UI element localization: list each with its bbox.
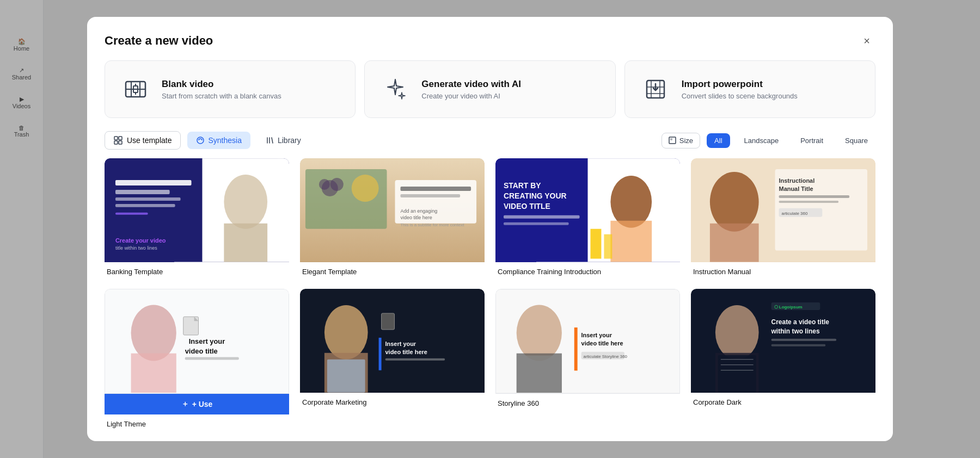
template-light[interactable]: Insert your video title ＋ + Use Light Th… (105, 289, 289, 430)
synthesia-icon (196, 136, 205, 145)
template-grid: Create your video title within two lines… (105, 158, 875, 441)
svg-rect-18 (669, 137, 676, 144)
grid-icon (114, 136, 122, 145)
banking-label: Banking Template (105, 262, 289, 278)
use-button-light[interactable]: ＋ + Use (105, 394, 289, 414)
light-thumb: Insert your video title (105, 289, 289, 394)
template-dark[interactable]: ⬡ Logoipsum Create a video title within … (691, 289, 875, 430)
toolbar-left: Use template Synthesia (105, 131, 310, 150)
svg-rect-15 (114, 141, 118, 144)
library-icon (266, 136, 274, 145)
close-button[interactable]: × (858, 32, 875, 49)
template-instruction[interactable]: Instructional Manual Title articulate 36… (691, 158, 875, 278)
use-template-button[interactable]: Use template (105, 131, 181, 150)
size-icon (669, 137, 676, 144)
modal-title: Create a new video (105, 34, 213, 48)
compliance-label: Compliance Training Introduction (495, 262, 680, 278)
svg-rect-70 (185, 357, 239, 360)
elegant-label: Elegant Template (300, 262, 485, 278)
svg-rect-14 (119, 137, 122, 140)
modal-overlay[interactable]: Create a new video × (0, 0, 980, 458)
import-ppt-option[interactable]: Import powerpoint Convert slides to scen… (624, 60, 875, 118)
svg-rect-16 (119, 141, 122, 144)
template-storyline[interactable]: Insert your video title here articulate … (495, 289, 680, 430)
create-video-modal: Create a new video × (87, 17, 893, 441)
template-section: Use template Synthesia (87, 131, 893, 441)
modal-header: Create a new video × (87, 17, 893, 60)
svg-point-17 (197, 137, 204, 144)
svg-text:video title: video title (185, 347, 218, 355)
filter-square[interactable]: Square (837, 133, 875, 148)
filter-landscape[interactable]: Landscape (737, 133, 787, 148)
ai-generate-option[interactable]: Generate video with AI Create your video… (364, 60, 615, 118)
template-elegant[interactable]: Add an engaging video title here This is… (300, 158, 485, 278)
ai-generate-text: Generate video with AI Create your video… (421, 79, 521, 100)
import-ppt-icon (640, 74, 671, 104)
template-corporate[interactable]: Insert your video title here Corporate M… (300, 289, 485, 430)
tab-synthesia[interactable]: Synthesia (187, 132, 250, 149)
blank-video-text: Blank video Start from scratch with a bl… (162, 79, 281, 100)
filter-portrait[interactable]: Portrait (793, 133, 831, 148)
plus-icon: ＋ (181, 399, 189, 409)
size-button[interactable]: Size (661, 133, 700, 148)
tab-library[interactable]: Library (257, 132, 310, 149)
ai-generate-icon (380, 74, 411, 104)
svg-text:Insert your: Insert your (189, 337, 225, 345)
toolbar-right: Size All Landscape Portrait Square (661, 133, 875, 148)
svg-rect-13 (114, 137, 118, 140)
blank-video-option[interactable]: Blank video Start from scratch with a bl… (105, 60, 356, 118)
template-compliance[interactable]: START BY CREATING YOUR VIDEO TITLE Compl… (495, 158, 680, 278)
blank-video-icon (120, 74, 151, 104)
light-label: Light Theme (105, 414, 289, 430)
filter-all[interactable]: All (707, 133, 730, 148)
template-banking[interactable]: Create your video title within two lines… (105, 158, 289, 278)
svg-rect-66 (131, 354, 176, 393)
template-toolbar: Use template Synthesia (105, 131, 875, 150)
svg-rect-19 (670, 138, 672, 140)
options-row: Blank video Start from scratch with a bl… (87, 60, 893, 131)
instruction-label: Instruction Manual (691, 262, 875, 278)
import-ppt-text: Import powerpoint Convert slides to scen… (682, 79, 798, 100)
svg-point-65 (131, 305, 176, 361)
